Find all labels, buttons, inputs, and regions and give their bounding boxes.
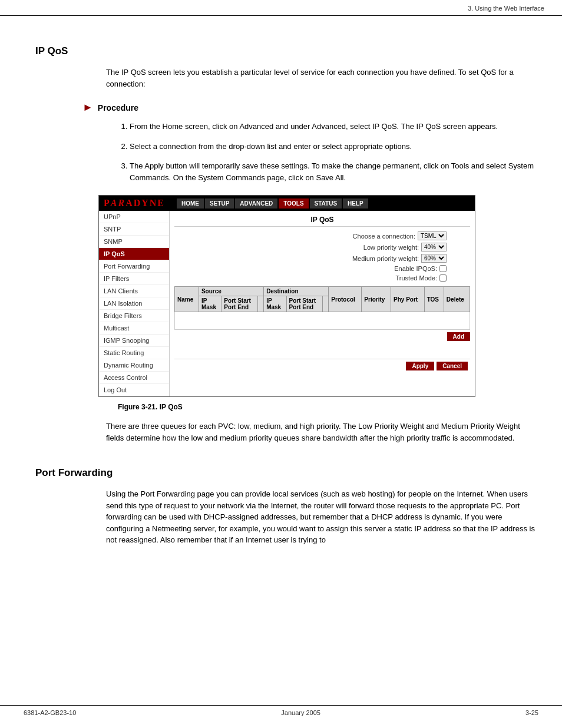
sidebar-item-staticrouting[interactable]: Static Routing: [99, 347, 169, 359]
page-footer: 6381-A2-GB23-10 January 2005 3-25: [0, 705, 562, 716]
th-dest-portend: [323, 296, 329, 312]
table-container: Name Source Destination Protocol Priorit…: [174, 286, 470, 341]
nav-bar: PARADYNE HOME SETUP ADVANCED TOOLS STATU…: [99, 196, 475, 211]
nav-item-advanced[interactable]: ADVANCED: [235, 198, 277, 209]
medpriority-label: Medium priority weight:: [352, 255, 419, 262]
sidebar: UPnP SNTP SNMP IP QoS Port Forwarding IP…: [99, 211, 170, 396]
enableipqos-label: Enable IPQoS:: [394, 265, 437, 272]
sidebar-item-portforwarding[interactable]: Port Forwarding: [99, 260, 169, 273]
procedure-step-1: From the Home screen, click on Advanced …: [130, 121, 538, 133]
enableipqos-checkbox[interactable]: [439, 265, 447, 272]
figure-caption: Figure 3-21. IP QoS: [118, 403, 538, 411]
th-protocol: Protocol: [329, 287, 362, 312]
procedure-label: Procedure: [98, 103, 138, 112]
procedure-step-3: The Apply button will temporarily save t…: [130, 160, 538, 183]
section1-intro: The IP QoS screen lets you establish a p…: [106, 67, 538, 90]
procedure-heading: ► Procedure: [82, 101, 538, 114]
table-row-empty: [175, 312, 470, 330]
trustedmode-checkbox[interactable]: [439, 274, 447, 282]
nav-item-help[interactable]: HELP: [343, 198, 368, 209]
nav-items[interactable]: HOME SETUP ADVANCED TOOLS STATUS HELP: [177, 198, 368, 209]
lowpriority-label: Low priority weight:: [363, 244, 419, 251]
connection-select[interactable]: TSML: [418, 231, 447, 240]
page-header: 3. Using the Web Interface: [0, 0, 562, 16]
sidebar-item-ipfilters[interactable]: IP Filters: [99, 273, 169, 285]
apply-button[interactable]: Apply: [406, 362, 434, 370]
form-row-lowpriority: Low priority weight: 40%: [174, 243, 470, 252]
form-row-enableipqos: Enable IPQoS:: [174, 265, 470, 272]
medpriority-select[interactable]: 60%: [421, 254, 447, 263]
sidebar-item-sntp[interactable]: SNTP: [99, 223, 169, 236]
sidebar-item-bridgefilters[interactable]: Bridge Filters: [99, 310, 169, 322]
brand-logo-text: PARADYNE: [104, 198, 165, 208]
sidebar-item-lanisolation[interactable]: LAN Isolation: [99, 297, 169, 310]
section2-title: Port Forwarding: [35, 467, 538, 479]
content-title: IP QoS: [174, 216, 470, 227]
section2-intro: Using the Port Forwarding page you can p…: [106, 488, 538, 546]
nav-item-tools[interactable]: TOOLS: [279, 198, 308, 209]
footer-center: January 2005: [281, 709, 320, 716]
procedure-list: From the Home screen, click on Advanced …: [130, 121, 538, 183]
table-body: [175, 312, 470, 330]
cancel-button[interactable]: Cancel: [437, 362, 468, 370]
data-table: Name Source Destination Protocol Priorit…: [174, 286, 470, 330]
th-destination: Destination: [264, 287, 329, 296]
brand-logo: PARADYNE: [104, 198, 165, 209]
th-name: Name: [175, 287, 199, 312]
footer-right: 3-25: [525, 709, 538, 716]
th-source-ip: IPMask: [199, 296, 221, 312]
content-area: IP QoS Choose a connection: TSML Low pri…: [170, 211, 475, 396]
th-source: Source: [199, 287, 263, 296]
footer-left: 6381-A2-GB23-10: [24, 709, 76, 716]
th-delete: Delete: [444, 287, 470, 312]
sidebar-item-accesscontrol[interactable]: Access Control: [99, 372, 169, 384]
add-button[interactable]: Add: [447, 332, 470, 341]
sidebar-item-logout[interactable]: Log Out: [99, 384, 169, 396]
form-row-trustedmode: Trusted Mode:: [174, 274, 470, 282]
th-dest-portstart: Port StartPort End: [286, 296, 323, 312]
lowpriority-select[interactable]: 40%: [421, 243, 447, 252]
procedure-step-2: Select a connection from the drop-down l…: [130, 141, 538, 153]
sidebar-item-upnp[interactable]: UPnP: [99, 211, 169, 223]
ui-body: UPnP SNTP SNMP IP QoS Port Forwarding IP…: [99, 211, 475, 396]
form-row-medpriority: Medium priority weight: 60%: [174, 254, 470, 263]
th-source-portend: [257, 296, 263, 312]
connection-label: Choose a connection:: [353, 233, 415, 240]
sidebar-item-lanclients[interactable]: LAN Clients: [99, 285, 169, 297]
th-dest-ip: IPMask: [264, 296, 286, 312]
trustedmode-label: Trusted Mode:: [395, 274, 437, 282]
ui-screenshot: PARADYNE HOME SETUP ADVANCED TOOLS STATU…: [98, 195, 475, 397]
lower-text: There are three queues for each PVC: low…: [106, 421, 538, 444]
nav-item-home[interactable]: HOME: [177, 198, 204, 209]
action-row: Apply Cancel: [174, 359, 470, 373]
sidebar-item-igmpsnooping[interactable]: IGMP Snooping: [99, 335, 169, 347]
nav-item-setup[interactable]: SETUP: [205, 198, 234, 209]
procedure-arrow-icon: ►: [82, 101, 93, 114]
th-phyport: Phy Port: [391, 287, 425, 312]
sidebar-item-ipqos[interactable]: IP QoS: [99, 248, 169, 260]
sidebar-item-dynamicrouting[interactable]: Dynamic Routing: [99, 359, 169, 372]
sidebar-item-snmp[interactable]: SNMP: [99, 236, 169, 248]
nav-item-status[interactable]: STATUS: [310, 198, 342, 209]
th-tos: TOS: [424, 287, 444, 312]
page-header-text: 3. Using the Web Interface: [468, 5, 544, 12]
th-source-portstart: Port StartPort End: [222, 296, 258, 312]
form-row-connection: Choose a connection: TSML: [174, 231, 470, 240]
th-priority: Priority: [362, 287, 391, 312]
sidebar-item-multicast[interactable]: Multicast: [99, 322, 169, 335]
section1-title: IP QoS: [35, 45, 538, 57]
